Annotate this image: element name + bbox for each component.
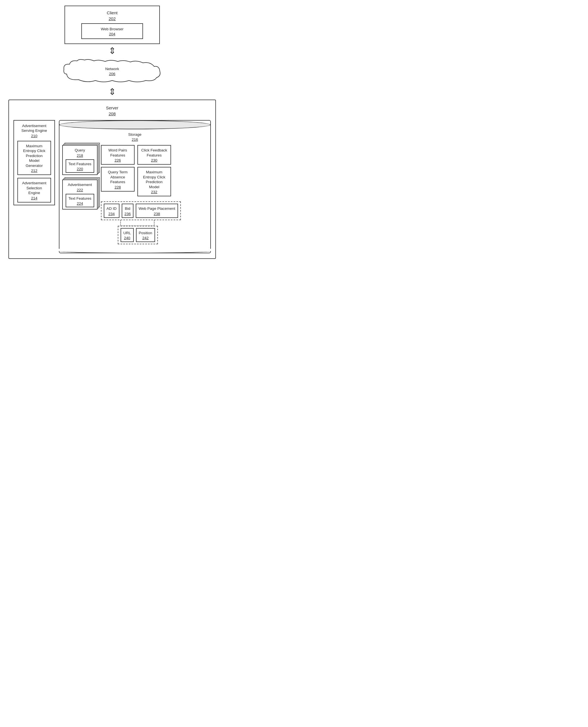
web-page-placement-ref: 238	[139, 212, 175, 216]
max-entropy-model-label: Maximum Entropy Click Prediction Model	[140, 170, 168, 189]
bid-box: Bid 236	[122, 204, 134, 218]
storage-label: Storage	[62, 132, 208, 137]
client-label: Client	[71, 10, 154, 16]
web-browser-box: Web Browser 204	[81, 23, 143, 39]
max-entropy-generator-box: Maximum Entropy Click Prediction Model G…	[17, 141, 51, 175]
max-entropy-model-ref: 232	[140, 190, 168, 194]
ad-serving-engine-box: Advertisement Serving Engine 210 Maximum…	[14, 120, 55, 205]
query-ad-col: Query 218 Text Features 220	[62, 145, 98, 209]
server-ref: 208	[14, 111, 211, 116]
position-label: Position	[139, 231, 152, 235]
connector-lines	[101, 220, 180, 226]
arrow-down-2: ⇕	[108, 87, 116, 96]
middle-right-col: Word Pairs Features 226 Query Term Absen…	[101, 145, 208, 244]
query-term-absence-box: Query Term Absence Features 228	[101, 167, 134, 191]
advertisement-box: Advertisement 222 Text Features 224	[62, 180, 98, 209]
web-page-placement-box: Web Page Placement 238	[136, 204, 178, 218]
max-entropy-model-box: Maximum Entropy Click Prediction Model 2…	[138, 167, 171, 196]
click-feedback-ref: 230	[140, 158, 168, 162]
text-features-ad-label: Text Features	[68, 196, 91, 201]
word-pairs-ref: 226	[104, 158, 132, 162]
client-box: Client 202 Web Browser 204	[64, 6, 160, 44]
max-entropy-gen-label: Maximum Entropy Click Prediction Model G…	[20, 144, 48, 168]
ad-serving-title: Advertisement Serving Engine 210	[17, 123, 51, 138]
position-box: Position 242	[136, 228, 155, 242]
web-browser-label: Web Browser	[86, 27, 139, 32]
network-ref: 206	[105, 72, 119, 76]
click-max-col: Click Feedback Features 230 Maximum Entr…	[138, 145, 171, 196]
advertisement-ref: 222	[66, 188, 94, 192]
double-arrow-icon-2: ⇕	[108, 87, 116, 96]
top-right-row: Word Pairs Features 226 Query Term Absen…	[101, 145, 208, 196]
advertisement-label: Advertisement	[66, 182, 94, 187]
url-ref: 240	[123, 236, 131, 240]
ad-selection-ref: 214	[20, 196, 48, 200]
word-pairs-label: Word Pairs Features	[104, 148, 132, 158]
ad-placement-section: AD ID 234 Bid 236 Web Page P	[101, 201, 208, 244]
text-features-query-label: Text Features	[68, 162, 91, 167]
position-ref: 242	[139, 236, 152, 240]
network-label: Network 206	[105, 66, 119, 76]
text-features-ad-box: Text Features 224	[66, 194, 94, 208]
ad-id-label: AD ID	[107, 206, 117, 211]
query-stacked: Query 218 Text Features 220	[62, 145, 98, 175]
query-term-absence-ref: 228	[104, 185, 132, 189]
server-box: Server 208 Advertisement Serving Engine …	[8, 100, 216, 259]
server-title: Server 208	[14, 105, 211, 116]
text-features-query-box: Text Features 220	[66, 159, 94, 173]
query-term-absence-label: Query Term Absence Features	[104, 170, 132, 185]
ad-serving-ref: 210	[17, 134, 51, 138]
text-features-ad-ref: 224	[68, 201, 91, 206]
bid-ref: 236	[125, 212, 131, 216]
bid-label: Bid	[125, 206, 131, 211]
server-inner: Advertisement Serving Engine 210 Maximum…	[14, 120, 211, 253]
left-column: Advertisement Serving Engine 210 Maximum…	[14, 120, 55, 205]
storage-content: Storage 216 Query 218	[60, 129, 210, 247]
arrow-down-1: ⇕	[108, 46, 116, 55]
url-pos-dashed-box: URL 240 Position 242	[118, 226, 158, 245]
storage-title-area: Storage 216	[62, 131, 208, 142]
storage-ref: 216	[62, 138, 208, 142]
word-pairs-box: Word Pairs Features 226	[101, 145, 134, 165]
double-arrow-icon-1: ⇕	[108, 46, 116, 55]
ad-selection-label: Advertisement Selection Engine	[20, 181, 48, 195]
client-ref: 202	[71, 16, 154, 21]
web-page-placement-label: Web Page Placement	[139, 206, 175, 211]
query-ref: 218	[66, 153, 94, 158]
ad-id-ref: 234	[107, 212, 117, 216]
url-label: URL	[123, 231, 131, 235]
query-box: Query 218 Text Features 220	[62, 145, 98, 175]
word-pairs-query-col: Word Pairs Features 226 Query Term Absen…	[101, 145, 134, 191]
text-features-query-ref: 220	[68, 167, 91, 171]
web-browser-ref: 204	[86, 32, 139, 36]
ad-stacked: Advertisement 222 Text Features 224	[62, 180, 98, 209]
click-feedback-label: Click Feedback Features	[140, 148, 168, 158]
url-box: URL 240	[121, 228, 134, 242]
click-feedback-box: Click Feedback Features 230	[138, 145, 171, 165]
server-label: Server	[14, 105, 211, 111]
max-entropy-gen-ref: 212	[20, 169, 48, 173]
diagram: Client 202 Web Browser 204 ⇕ Network 206…	[6, 6, 219, 259]
query-label: Query	[66, 148, 94, 153]
ad-dashed-box: AD ID 234 Bid 236 Web Page P	[101, 201, 181, 220]
storage-area: Storage 216 Query 218	[59, 120, 211, 253]
network-cloud: Network 206	[62, 59, 163, 84]
ad-selection-engine-box: Advertisement Selection Engine 214	[17, 178, 51, 203]
ad-id-box: AD ID 234	[104, 204, 120, 218]
ad-serving-label: Advertisement Serving Engine	[17, 123, 51, 133]
network-text: Network	[105, 66, 119, 71]
storage-grid: Query 218 Text Features 220	[62, 145, 208, 244]
